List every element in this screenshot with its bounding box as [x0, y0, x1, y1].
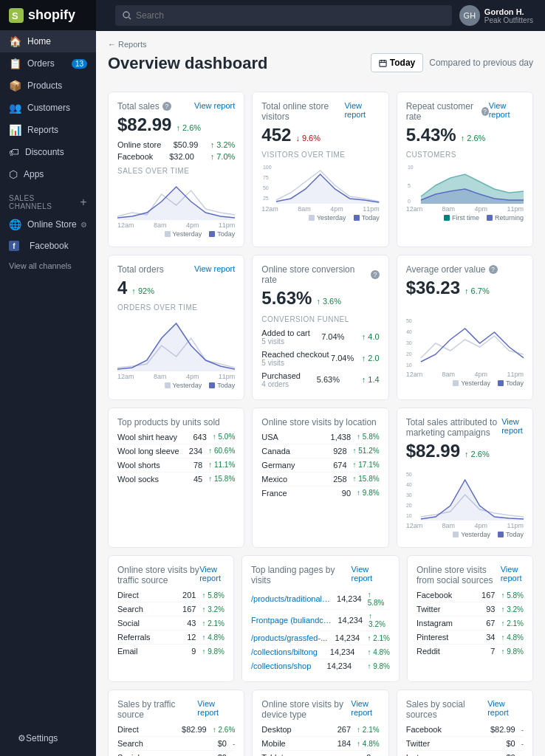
svg-line-3: [129, 18, 131, 20]
traffic-source-view-report[interactable]: View report: [199, 565, 224, 583]
visitors-value: 452: [261, 125, 291, 146]
conversion-rate-title: Online store conversion rate ?: [261, 264, 379, 285]
sidebar-item-online-store[interactable]: 🌐 Online Store ⚙: [0, 213, 96, 236]
marketing-sales-value: $82.99: [406, 441, 460, 462]
social-row-4: Reddit 7 ↑ 9.8%: [417, 645, 524, 658]
sales-traffic-row-2: Social $0 -: [117, 751, 235, 756]
visitors-view-report[interactable]: View report: [344, 101, 379, 119]
svg-text:20: 20: [406, 351, 412, 357]
landing-pages-view-report[interactable]: View report: [352, 565, 390, 583]
sales-social-row-2: Instagram $0 -: [406, 751, 524, 756]
sidebar-item-discounts-label: Discounts: [25, 147, 64, 157]
total-orders-view-report[interactable]: View report: [194, 264, 235, 273]
total-sales-view-report[interactable]: View report: [194, 101, 235, 110]
visits-by-location-rows: USA 1,438 ↑ 5.8% Canada 928 ↑ 51.2% Germ…: [261, 430, 379, 500]
traffic-row-3: Referrals 12 ↑ 4.8%: [117, 630, 224, 645]
conversion-rate-value: 5.63%: [261, 288, 312, 309]
content-area: ← Reports Overview dashboard Today Compa…: [96, 31, 545, 756]
online-store-label: Online store: [117, 140, 161, 149]
logo-text: shopify: [28, 7, 75, 23]
sidebar-item-facebook[interactable]: f Facebook: [0, 236, 96, 256]
top-product-row-1: Wool long sleeve 234 ↑ 60.6%: [117, 444, 235, 458]
sidebar-item-reports[interactable]: 📊 Reports: [0, 119, 96, 141]
sidebar-item-home[interactable]: 🏠 Home: [0, 30, 96, 52]
funnel-row-checkout: Reached checkout 5 visits 7.04% ↑ 2.0: [261, 348, 379, 369]
traffic-source-title: Online store visits by traffic source: [117, 565, 199, 585]
orders-chart: [117, 316, 235, 371]
landing-pages-title: Top landing pages by visits: [251, 565, 352, 585]
svg-text:40: 40: [406, 482, 412, 487]
user-info: Gordon H. Peak Outfitters: [484, 7, 533, 24]
discounts-icon: 🏷: [9, 146, 19, 158]
sales-traffic-row-0: Direct $82.99 ↑ 2.6%: [117, 723, 235, 737]
today-button[interactable]: Today: [371, 53, 423, 72]
repeat-customer-card: Repeat customer rate ? View report 5.43%…: [397, 92, 533, 247]
landing-row-2: /products/grassfed-... 14,234 ↑ 2.1%: [251, 631, 390, 645]
sales-over-time-label: SALES OVER TIME: [117, 167, 235, 175]
conversion-rate-info-icon[interactable]: ?: [371, 270, 380, 279]
marketing-chart-labels: 12am 8am 4pm 11pm: [406, 522, 524, 529]
facebook-sales-value: $32.00: [169, 152, 194, 161]
landing-row-0: /products/traditional-... 14,234 ↑ 5.8%: [251, 588, 390, 610]
marketing-sales-title: Total sales attributed to marketing camp…: [406, 417, 502, 438]
avg-order-value-title: Average order value ?: [406, 264, 498, 275]
view-all-channels-link[interactable]: View all channels: [0, 256, 96, 275]
sales-traffic-rows: Direct $82.99 ↑ 2.6% Search $0 - Social …: [117, 723, 235, 756]
orders-legend-yesterday: Yesterday: [165, 382, 202, 389]
marketing-sales-view-report[interactable]: View report: [501, 417, 524, 435]
facebook-sales-change: ↑ 7.0%: [210, 152, 236, 161]
marketing-legend-today: Today: [498, 531, 524, 538]
breadcrumb[interactable]: ← Reports: [108, 40, 533, 49]
top-products-rows: Wool shirt heavy 643 ↑ 5.0% Wool long sl…: [117, 430, 235, 486]
facebook-icon: f: [9, 241, 19, 251]
repeat-customer-change: ↑ 2.6%: [461, 134, 486, 142]
row-5: Sales by traffic source View report Dire…: [108, 690, 533, 756]
funnel-rows: Added to cart 5 visits 7.04% ↑ 4.0 Reach…: [261, 326, 379, 391]
add-channel-icon[interactable]: +: [80, 196, 87, 209]
topbar-search-bar[interactable]: [115, 5, 452, 26]
traffic-row-0: Direct 201 ↑ 5.8%: [117, 588, 224, 602]
sales-traffic-title: Sales by traffic source: [117, 699, 197, 720]
traffic-source-card: Online store visits by traffic source Vi…: [108, 555, 234, 682]
top-product-row-0: Wool shirt heavy 643 ↑ 5.0%: [117, 430, 235, 444]
conversion-rate-card: Online store conversion rate ? 5.63% ↑ 3…: [252, 255, 388, 400]
marketing-sales-change: ↑ 2.6%: [465, 450, 490, 458]
landing-row-4: /collections/shop 14,234 ↑ 9.8%: [251, 659, 390, 673]
avg-order-value-info-icon[interactable]: ?: [489, 265, 498, 274]
repeat-customer-info-icon[interactable]: ?: [481, 107, 489, 116]
date-bar: Today Compared to previous day: [371, 53, 533, 72]
sales-social-view-report[interactable]: View report: [487, 699, 524, 717]
device-type-view-report[interactable]: View report: [351, 699, 379, 717]
sales-social-card: Sales by social sources View report Face…: [397, 690, 533, 756]
traffic-row-4: Email 9 ↑ 9.8%: [117, 645, 224, 658]
facebook-sales-label: Facebook: [117, 152, 153, 161]
svg-text:5: 5: [408, 183, 411, 188]
top-products-card: Top products by units sold Wool shirt he…: [108, 408, 244, 549]
sidebar-item-orders[interactable]: 📋 Orders 13: [0, 52, 96, 75]
visits-by-location-card: Online store visits by location USA 1,43…: [252, 408, 388, 549]
social-sources-title: Online store visits from social sources: [417, 565, 501, 585]
social-sources-rows: Facebook 167 ↑ 5.8% Twitter 93 ↑ 3.2% In…: [417, 588, 524, 658]
sales-traffic-view-report[interactable]: View report: [197, 699, 235, 717]
total-sales-info-icon[interactable]: ?: [162, 102, 171, 111]
top-product-row-3: Wool socks 45 ↑ 15.8%: [117, 472, 235, 486]
svg-text:30: 30: [406, 340, 412, 346]
svg-point-2: [123, 12, 129, 18]
online-store-settings-icon[interactable]: ⚙: [80, 221, 87, 229]
traffic-row-2: Social 43 ↑ 2.1%: [117, 616, 224, 630]
search-input[interactable]: [136, 10, 445, 21]
sidebar-item-settings[interactable]: ⚙ Settings: [9, 728, 87, 749]
social-sources-view-report[interactable]: View report: [501, 565, 524, 583]
sidebar-item-customers[interactable]: 👥 Customers: [0, 97, 96, 119]
sidebar-item-apps[interactable]: ⬡ Apps: [0, 163, 96, 185]
user-menu[interactable]: GH Gordon H. Peak Outfitters: [459, 5, 533, 26]
top-products-title: Top products by units sold: [117, 417, 220, 427]
avg-order-value-card: Average order value ? $36.23 ↑ 6.7% 50 4…: [397, 255, 533, 400]
sidebar-item-products[interactable]: 📦 Products: [0, 75, 96, 97]
row-1: Total sales ? View report $82.99 ↑ 2.6% …: [108, 92, 533, 247]
settings-label: Settings: [26, 733, 58, 743]
repeat-customer-view-report[interactable]: View report: [489, 101, 524, 119]
sidebar-item-discounts[interactable]: 🏷 Discounts: [0, 141, 96, 163]
sidebar-item-orders-label: Orders: [27, 58, 55, 69]
repeat-customer-title: Repeat customer rate ?: [406, 101, 489, 122]
